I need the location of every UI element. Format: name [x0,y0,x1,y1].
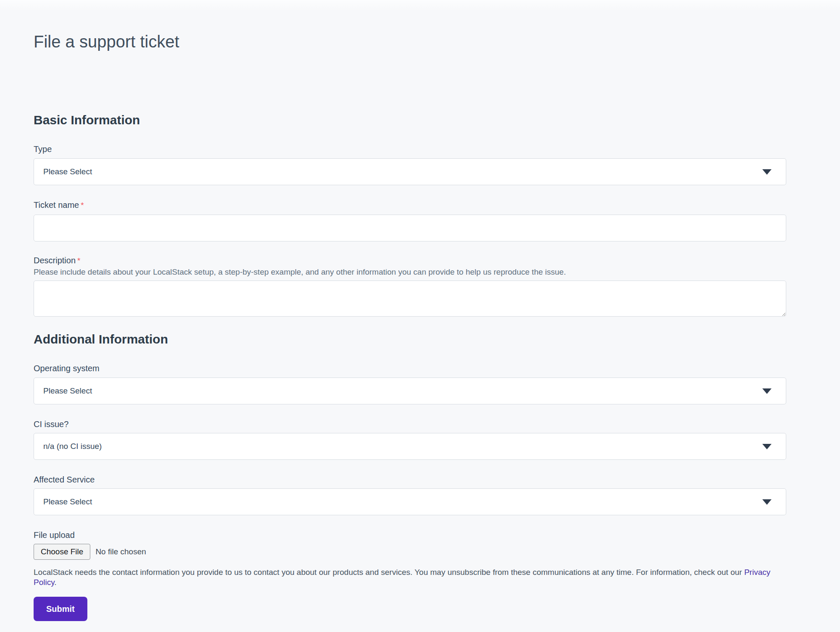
description-textarea[interactable] [34,281,786,317]
file-upload-control: Choose File No file chosen [34,544,786,560]
section-heading-additional-information: Additional Information [34,332,786,347]
ci-issue-select-value: n/a (no CI issue) [43,442,102,451]
ci-issue-label: CI issue? [34,419,786,430]
choose-file-button[interactable]: Choose File [34,544,90,560]
chevron-down-icon [762,169,772,175]
legal-text-before: LocalStack needs the contact information… [34,568,744,577]
chevron-down-icon [762,388,772,394]
file-upload-label: File upload [34,530,786,540]
ci-issue-select[interactable]: n/a (no CI issue) [34,433,786,460]
ticket-name-label: Ticket name* [34,199,786,211]
ticket-name-label-text: Ticket name [34,200,79,210]
type-select-value: Please Select [43,167,92,176]
description-label-text: Description [34,256,76,265]
description-label: Description* [34,255,786,266]
ticket-name-input[interactable] [34,215,786,241]
required-asterisk: * [77,256,80,265]
legal-text-after: . [54,578,56,587]
required-asterisk: * [81,201,84,210]
operating-system-label: Operating system [34,363,786,374]
affected-service-select-value: Please Select [43,497,92,506]
chevron-down-icon [762,444,772,449]
description-helper-text: Please include details about your LocalS… [34,267,786,277]
submit-button[interactable]: Submit [34,597,87,621]
section-heading-basic-information: Basic Information [34,113,786,128]
chevron-down-icon [762,499,772,505]
legal-text: LocalStack needs the contact information… [34,567,786,587]
type-label: Type [34,144,786,155]
affected-service-label: Affected Service [34,474,786,485]
file-upload-status: No file chosen [95,547,146,556]
operating-system-select[interactable]: Please Select [34,378,786,404]
type-select[interactable]: Please Select [34,158,786,185]
support-ticket-page: File a support ticket Basic Information … [0,0,840,632]
operating-system-select-value: Please Select [43,386,92,396]
affected-service-select[interactable]: Please Select [34,488,786,515]
page-title: File a support ticket [34,31,786,52]
